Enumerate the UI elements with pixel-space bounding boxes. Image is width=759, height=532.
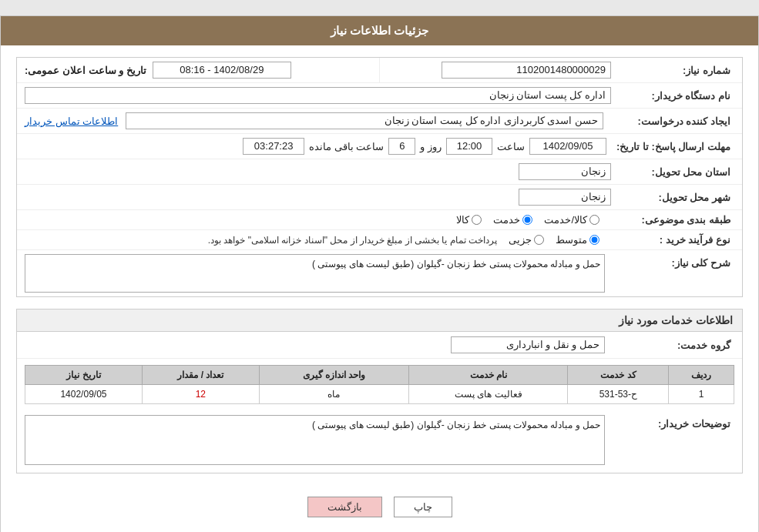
action-buttons: چاپ بازگشت	[16, 485, 743, 529]
cell-code: ح-53-531	[568, 385, 669, 404]
category-radio-group: کالا خدمت کالا/خدمت	[456, 214, 599, 226]
datetime-label: تاریخ و ساعت اعلان عمومی:	[25, 65, 146, 76]
creator-label: ایجاد کننده درخواست:	[611, 115, 734, 127]
need-number-label: شماره نیاز:	[611, 65, 734, 76]
category-kala-label: کالا	[456, 214, 469, 226]
col-header-name: نام خدمت	[409, 366, 568, 385]
page-title: جزئیات اطلاعات نیاز	[1, 16, 758, 45]
cell-name: فعالیت های پست	[409, 385, 568, 404]
response-remaining-label: ساعت باقی مانده	[309, 141, 384, 152]
col-header-qty: تعداد / مقدار	[142, 366, 259, 385]
back-button[interactable]: بازگشت	[307, 497, 382, 517]
purchase-motavasset[interactable]: متوسط	[556, 234, 599, 246]
cell-row-num: 1	[669, 385, 734, 404]
org-name-value: اداره کل پست استان زنجان	[25, 87, 611, 104]
cell-date: 1402/09/05	[25, 385, 143, 404]
cell-qty: 12	[142, 385, 259, 404]
category-option-khedmat[interactable]: خدمت	[493, 214, 532, 226]
response-time: 12:00	[446, 138, 492, 155]
buyer-notes-value: حمل و مبادله محمولات پستی خط زنجان -گیلو…	[25, 415, 605, 465]
purchase-type-radio-group: جزیی متوسط	[509, 234, 599, 246]
service-group-value: حمل و نقل و انبارداری	[451, 336, 605, 353]
purchase-jozi-label: جزیی	[509, 234, 532, 246]
category-khedmat-radio[interactable]	[522, 215, 532, 225]
city-value: زنجان	[519, 189, 611, 206]
cell-unit: ماه	[259, 385, 408, 404]
services-section-title: اطلاعات خدمات مورد نیاز	[17, 309, 742, 332]
purchase-jozi-radio[interactable]	[534, 235, 544, 245]
org-name-label: نام دستگاه خریدار:	[611, 90, 734, 102]
province-value: زنجان	[519, 163, 611, 180]
services-table: ردیف کد خدمت نام خدمت واحد اندازه گیری ت…	[25, 365, 734, 404]
category-option-kala-khedmat[interactable]: کالا/خدمت	[544, 214, 599, 226]
province-label: استان محل تحویل:	[611, 166, 734, 178]
purchase-jozi[interactable]: جزیی	[509, 234, 544, 246]
category-kala-khedmat-radio[interactable]	[589, 215, 599, 225]
datetime-value: 1402/08/29 - 08:16	[153, 62, 291, 79]
contact-link[interactable]: اطلاعات تماس خریدار	[25, 115, 118, 127]
response-time-label: ساعت	[497, 141, 525, 152]
col-header-code: کد خدمت	[568, 366, 669, 385]
col-header-row: ردیف	[669, 366, 734, 385]
response-days-label: روز و	[420, 141, 442, 152]
response-remaining: 03:27:23	[243, 138, 304, 155]
description-label: شرح کلی نیاز:	[611, 254, 734, 269]
col-header-unit: واحد اندازه گیری	[259, 366, 408, 385]
description-value: حمل و مبادله محمولات پستی خط زنجان -گیلو…	[25, 254, 605, 293]
col-header-date: تاریخ نیاز	[25, 366, 143, 385]
creator-value: حسن اسدی کاربردازی اداره کل پست استان زن…	[126, 112, 603, 129]
buyer-notes-label: توضیحات خریدار:	[611, 415, 734, 430]
response-deadline-label: مهلت ارسال پاسخ: تا تاریخ:	[611, 141, 734, 152]
purchase-motavasset-radio[interactable]	[589, 235, 599, 245]
category-kala-khedmat-label: کالا/خدمت	[544, 214, 587, 226]
category-label: طبقه بندی موضوعی:	[611, 214, 734, 226]
category-kala-radio[interactable]	[472, 215, 482, 225]
city-label: شهر محل تحویل:	[611, 192, 734, 203]
service-group-label: گروه خدمت:	[611, 340, 734, 351]
purchase-motavasset-label: متوسط	[556, 234, 587, 246]
need-number-value: 1102001480000029	[442, 62, 611, 79]
table-row: 1 ح-53-531 فعالیت های پست ماه 12 1402/09…	[25, 385, 734, 404]
category-khedmat-label: خدمت	[493, 214, 520, 226]
purchase-type-label: نوع فرآیند خرید :	[611, 234, 734, 246]
print-button[interactable]: چاپ	[394, 497, 452, 517]
response-days: 6	[388, 138, 415, 155]
category-option-kala[interactable]: کالا	[456, 214, 482, 226]
purchase-type-note: پرداخت تمام یا بخشی از مبلغ خریدار از مح…	[208, 235, 497, 246]
response-date: 1402/09/05	[529, 138, 606, 155]
